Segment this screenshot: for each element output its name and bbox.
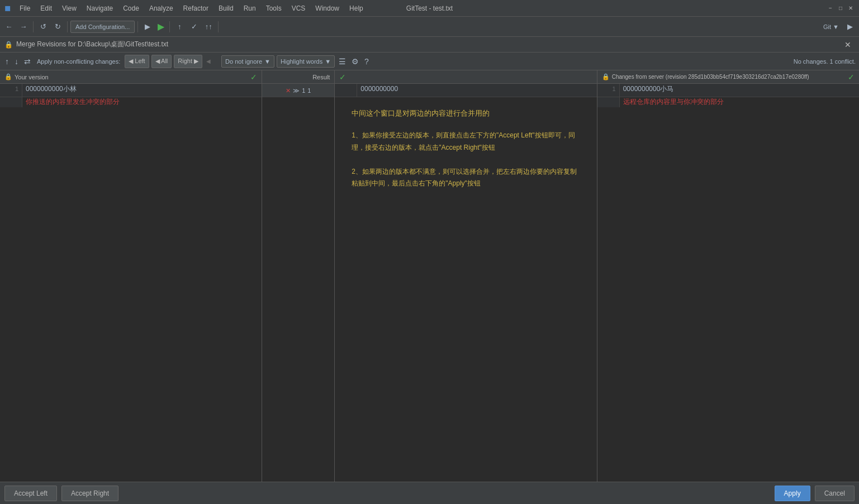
center-line-1-row: 0000000000: [335, 84, 596, 97]
left-check-icon: ✓: [250, 73, 257, 82]
center-gutter-controls: ✕ ≫ 1 1: [262, 84, 334, 97]
center-check-icon: ✓: [339, 73, 346, 82]
right-panel-header: 🔒 Changes from server (revision 285d1b03…: [597, 70, 859, 84]
center-content-panel: ✓ 0000000000 中间这个窗口是对两边的内容进行合并用的 1、如果你接受…: [335, 70, 597, 482]
menu-edit[interactable]: Edit: [38, 3, 54, 13]
center-editor-body[interactable]: 中间这个窗口是对两边的内容进行合并用的 1、如果你接受左边的版本，则直接点击左下…: [335, 97, 596, 482]
right-line-1-num: 1: [597, 84, 620, 97]
forward-button[interactable]: →: [17, 20, 30, 34]
center-gutter-header: Result: [262, 70, 334, 84]
help-button[interactable]: ?: [363, 56, 371, 67]
center-instructions: 1、如果你接受左边的版本，则直接点击左下方的"Accept Left"按钮即可，…: [352, 130, 580, 190]
left-line-1-text[interactable]: 0000000000小林: [22, 84, 262, 97]
center-instruction-1: 1、如果你接受左边的版本，则直接点击左下方的"Accept Left"按钮即可，…: [352, 130, 580, 154]
left-conflict-text: 你推送的内容里发生冲突的部分: [22, 97, 262, 107]
ide-toolbar: ← → ↺ ↻ Add Configuration... ▶ ▶ ↑ ✓ ↑↑ …: [0, 17, 859, 37]
menu-navigate[interactable]: Navigate: [84, 3, 115, 13]
maximize-button[interactable]: □: [837, 4, 844, 12]
accept-all-nonconflicting-button[interactable]: ◀ All: [151, 55, 172, 68]
menu-file[interactable]: File: [17, 3, 32, 13]
apply-button[interactable]: Apply: [775, 486, 810, 501]
menu-bar: File Edit View Navigate Code Analyze Ref…: [17, 3, 366, 13]
merge-toolbar: ↑ ↓ ⇄ Apply non-conflicting changes: ◀ L…: [0, 53, 859, 70]
left-editor-body[interactable]: 你推送的内容里发生冲突的部分: [0, 97, 262, 482]
back-button[interactable]: ←: [2, 20, 16, 34]
center-instruction-2: 2、如果两边的版本都不满意，则可以选择合并，把左右两边你要的内容复制粘贴到中间，…: [352, 166, 580, 190]
collapse-button[interactable]: ☰: [337, 56, 348, 67]
conflict-status: No changes. 1 conflict.: [794, 58, 856, 65]
menu-vcs[interactable]: VCS: [290, 3, 308, 13]
arrow-right-icon: ◀: [205, 57, 212, 65]
dropdown-arrow-icon: ▼: [325, 58, 331, 65]
right-conflict-line: 远程仓库的内容里与你冲突的部分: [597, 97, 859, 107]
menu-build[interactable]: Build: [216, 3, 236, 13]
right-panel: 🔒 Changes from server (revision 285d1b03…: [597, 70, 859, 482]
conflict-num-right: 1: [307, 85, 311, 96]
right-check-icon: ✓: [848, 73, 855, 82]
right-lock-icon: 🔒: [602, 73, 610, 80]
merge-title-bar: 🔒 Merge Revisions for D:\Backup\桌面\GitTe…: [0, 37, 859, 53]
conflict-x-icon[interactable]: ✕: [286, 85, 291, 96]
dropdown-arrow-icon: ▼: [264, 58, 270, 65]
menu-analyze[interactable]: Analyze: [147, 3, 175, 13]
left-panel-title: Your version: [15, 74, 49, 80]
git-push-button[interactable]: ↑↑: [202, 20, 215, 34]
minimize-button[interactable]: −: [827, 4, 834, 12]
apply-nonconflicting-label: Apply non-conflicting changes:: [37, 58, 120, 65]
accept-right-button[interactable]: Accept Right: [61, 486, 118, 501]
right-conflict-text: 远程仓库的内容里与你冲突的部分: [620, 97, 859, 107]
merge-content: 🔒 Your version ✓ 1 0000000000小林 你推送的内容里发…: [0, 70, 859, 482]
ide-title-bar: ◼ File Edit View Navigate Code Analyze R…: [0, 0, 859, 17]
center-gutter-body: [262, 97, 334, 482]
merge-close-button[interactable]: ✕: [841, 39, 855, 50]
menu-tools[interactable]: Tools: [264, 3, 284, 13]
accept-left-button[interactable]: Accept Left: [4, 486, 57, 501]
next-conflict-button[interactable]: ↓: [13, 56, 20, 67]
right-editor-body[interactable]: 远程仓库的内容里与你冲突的部分: [597, 97, 859, 482]
conflict-num-left: 1: [302, 85, 305, 96]
cancel-button[interactable]: Cancel: [815, 486, 855, 501]
right-panel-title: Changes from server (revision 285d1b03bb…: [612, 74, 809, 80]
undo-button[interactable]: ↺: [36, 20, 50, 34]
left-panel: 🔒 Your version ✓ 1 0000000000小林 你推送的内容里发…: [0, 70, 262, 482]
build-button[interactable]: ▶: [141, 20, 154, 34]
prev-conflict-button[interactable]: ↑: [3, 56, 11, 67]
redo-button[interactable]: ↻: [51, 20, 64, 34]
center-gutter-row-1: ✕ ≫ 1 1: [262, 84, 334, 97]
center-line-1-text[interactable]: 0000000000: [357, 84, 596, 97]
left-conflict-line: 你推送的内容里发生冲突的部分: [0, 97, 262, 107]
window-title: GitTest - test.txt: [406, 4, 453, 12]
window-controls: − □ ✕: [827, 4, 855, 12]
git-commit-button[interactable]: ✓: [187, 20, 201, 34]
menu-code[interactable]: Code: [121, 3, 141, 13]
highlight-dropdown[interactable]: Highlight words ▼: [277, 55, 335, 68]
toolbar-separator-5: [218, 21, 219, 32]
left-line-1-num: 1: [0, 84, 22, 97]
ide-logo: ◼: [4, 4, 11, 12]
right-line-1-text[interactable]: 0000000000小马: [620, 84, 859, 97]
merge-lock-icon: 🔒: [4, 41, 13, 49]
toolbar-separator-1: [33, 21, 34, 32]
accept-right-nonconflicting-button[interactable]: Right ▶: [174, 55, 202, 68]
toolbar-separator-3: [137, 21, 138, 32]
ignore-whitespace-dropdown[interactable]: Do not ignore ▼: [221, 55, 274, 68]
result-label: Result: [312, 74, 330, 80]
run-button[interactable]: ▶: [155, 21, 167, 32]
center-intro-text: 中间这个窗口是对两边的内容进行合并用的: [352, 108, 580, 118]
add-configuration-button[interactable]: Add Configuration...: [70, 21, 135, 33]
menu-refactor[interactable]: Refactor: [181, 3, 211, 13]
menu-help[interactable]: Help: [347, 3, 366, 13]
menu-window[interactable]: Window: [313, 3, 341, 13]
accept-left-nonconflicting-button[interactable]: ◀ Left: [125, 55, 149, 68]
settings-icon-button[interactable]: ⚙: [350, 56, 360, 67]
git-menu-button[interactable]: ▶: [843, 20, 857, 34]
left-lock-icon: 🔒: [4, 73, 12, 80]
git-update-button[interactable]: ↑: [173, 20, 186, 34]
sync-button[interactable]: ⇄: [22, 56, 32, 67]
menu-run[interactable]: Run: [241, 3, 258, 13]
close-button[interactable]: ✕: [847, 4, 855, 12]
center-gutter-panel: Result ✕ ≫ 1 1: [262, 70, 335, 482]
menu-view[interactable]: View: [60, 3, 79, 13]
right-line-1-row: 1 0000000000小马: [597, 84, 859, 97]
conflict-arrow-left-icon[interactable]: ≫: [293, 85, 300, 96]
